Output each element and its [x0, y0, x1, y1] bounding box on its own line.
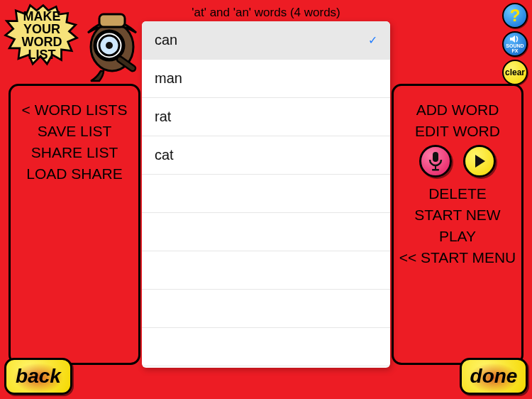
top-right-buttons: ? SOUND FX clear — [502, 3, 528, 85]
save-list-button[interactable]: SAVE LIST — [9, 121, 140, 142]
done-button[interactable]: done — [460, 358, 528, 395]
svg-rect-7 — [435, 165, 436, 169]
word-text: man — [155, 70, 182, 87]
svg-rect-6 — [433, 152, 438, 162]
start-menu-button[interactable]: << START MENU — [392, 247, 523, 268]
svg-rect-8 — [432, 169, 439, 171]
sound-fx-button[interactable]: SOUND FX — [502, 31, 528, 57]
speaker-icon — [510, 35, 520, 43]
badge-line: LIST — [22, 48, 62, 61]
word-list[interactable]: can✓man✓rat✓cat✓ — [142, 21, 390, 368]
back-button[interactable]: back — [4, 358, 72, 395]
detective-mascot-icon — [75, 4, 146, 82]
word-row-empty — [142, 328, 390, 366]
word-row[interactable]: can✓ — [142, 21, 390, 60]
badge-line: MAKE — [22, 10, 62, 23]
word-row[interactable]: cat✓ — [142, 136, 390, 175]
sound-label-bottom: FX — [512, 48, 519, 53]
record-button[interactable] — [419, 145, 452, 177]
microphone-icon — [428, 151, 443, 171]
right-menu: ADD WORD EDIT WORD DELETE START NEW PLAY… — [392, 99, 523, 268]
play-audio-button[interactable] — [463, 145, 496, 177]
word-row[interactable]: rat✓ — [142, 98, 390, 136]
play-icon — [472, 153, 487, 169]
word-text: cat — [155, 147, 174, 163]
clear-button[interactable]: clear — [502, 60, 528, 85]
word-row[interactable]: man✓ — [142, 60, 390, 98]
edit-word-button[interactable]: EDIT WORD — [392, 121, 523, 142]
word-text: rat — [155, 109, 171, 125]
start-new-button[interactable]: START NEW — [392, 204, 523, 226]
svg-point-4 — [106, 42, 113, 49]
badge-line: WORD — [22, 35, 62, 48]
left-menu: < WORD LISTS SAVE LIST SHARE LIST LOAD S… — [9, 99, 140, 185]
word-row-empty — [142, 175, 390, 213]
delete-button[interactable]: DELETE — [392, 183, 523, 204]
list-title: 'at' and 'an' words (4 words) — [142, 6, 390, 20]
word-lists-button[interactable]: < WORD LISTS — [9, 99, 140, 121]
word-row-empty — [142, 290, 390, 328]
badge-line: YOUR — [22, 23, 62, 35]
play-button[interactable]: PLAY — [392, 226, 523, 247]
word-text: can — [155, 32, 177, 48]
word-row-empty — [142, 251, 390, 290]
word-row-empty — [142, 213, 390, 251]
share-list-button[interactable]: SHARE LIST — [9, 142, 140, 163]
sound-label-top: SOUND — [506, 43, 523, 48]
load-share-button[interactable]: LOAD SHARE — [9, 163, 140, 185]
add-word-button[interactable]: ADD WORD — [392, 99, 523, 121]
help-button[interactable]: ? — [502, 3, 528, 28]
checkmark-icon: ✓ — [368, 33, 377, 47]
svg-rect-1 — [99, 14, 125, 27]
make-your-word-list-badge: MAKE YOUR WORD LIST — [3, 1, 81, 70]
